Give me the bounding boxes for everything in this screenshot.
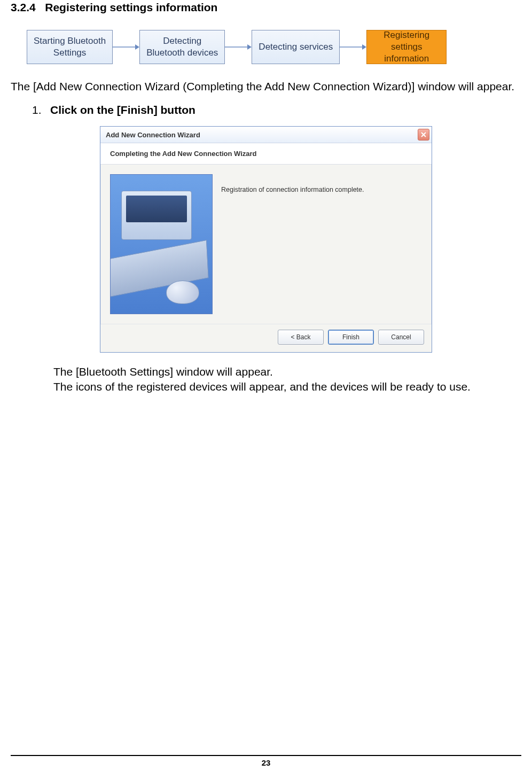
after-shot-line1: The [Bluetooth Settings] window will app… [53, 364, 491, 379]
wizard-body-text: Registration of connection information c… [221, 174, 422, 314]
intro-paragraph: The [Add New Connection Wizard (Completi… [11, 79, 521, 94]
flow-step-4-line2: settings [391, 41, 423, 53]
flow-step-1-line1: Starting Bluetooth [34, 35, 106, 47]
page-footer: 23 [11, 755, 521, 767]
svg-marker-1 [135, 44, 139, 50]
cancel-button[interactable]: Cancel [378, 330, 424, 345]
list-item-number: 1. [32, 104, 45, 116]
flow-diagram: Starting Bluetooth Settings Detecting Bl… [27, 30, 521, 64]
after-shot-text: The [Bluetooth Settings] window will app… [53, 364, 491, 394]
svg-marker-5 [362, 44, 366, 50]
wizard-illustration [110, 174, 213, 314]
section-number: 3.2.4 [11, 1, 36, 13]
wizard-window: Add New Connection Wizard Completing the… [100, 126, 432, 353]
flow-step-3-line1: Detecting services [259, 41, 333, 53]
flow-step-2: Detecting Bluetooth devices [139, 30, 225, 64]
list-item-label: Click on the [Finish] button [50, 104, 195, 116]
flow-step-4-line1: Registering [384, 29, 429, 41]
cancel-button-label: Cancel [391, 333, 411, 341]
svg-marker-3 [247, 44, 252, 50]
finish-button-label: Finish [342, 333, 359, 341]
after-shot-line2: The icons of the registered devices will… [53, 379, 491, 394]
wizard-banner: Completing the Add New Connection Wizard [100, 143, 432, 165]
flow-step-1-line2: Settings [53, 47, 86, 59]
section-title: Registering settings information [45, 1, 217, 13]
flow-step-4-active: Registering settings information [366, 30, 447, 64]
flow-step-3: Detecting services [252, 30, 340, 64]
page-number: 23 [262, 758, 271, 767]
flow-step-2-line1: Detecting [163, 35, 201, 47]
section-heading: 3.2.4 Registering settings information [11, 1, 521, 14]
wizard-title: Add New Connection Wizard [106, 131, 200, 139]
back-button[interactable]: < Back [278, 330, 324, 345]
mouse-icon [166, 281, 199, 304]
flow-step-4-line3: information [384, 53, 429, 65]
numbered-list: 1. Click on the [Finish] button [32, 104, 521, 116]
back-button-label: < Back [291, 333, 310, 341]
close-icon [420, 131, 427, 138]
laptop-icon [121, 191, 192, 240]
list-item: 1. Click on the [Finish] button [32, 104, 521, 116]
flow-step-1: Starting Bluetooth Settings [27, 30, 113, 64]
arrow-icon [225, 44, 252, 50]
flow-step-2-line2: Bluetooth devices [146, 47, 218, 59]
wizard-titlebar: Add New Connection Wizard [100, 127, 432, 143]
arrow-icon [113, 44, 139, 50]
arrow-icon [340, 44, 366, 50]
finish-button[interactable]: Finish [328, 330, 374, 345]
close-button[interactable] [418, 129, 429, 141]
wizard-body: Registration of connection information c… [100, 165, 432, 324]
wizard-button-row: < Back Finish Cancel [100, 324, 432, 352]
